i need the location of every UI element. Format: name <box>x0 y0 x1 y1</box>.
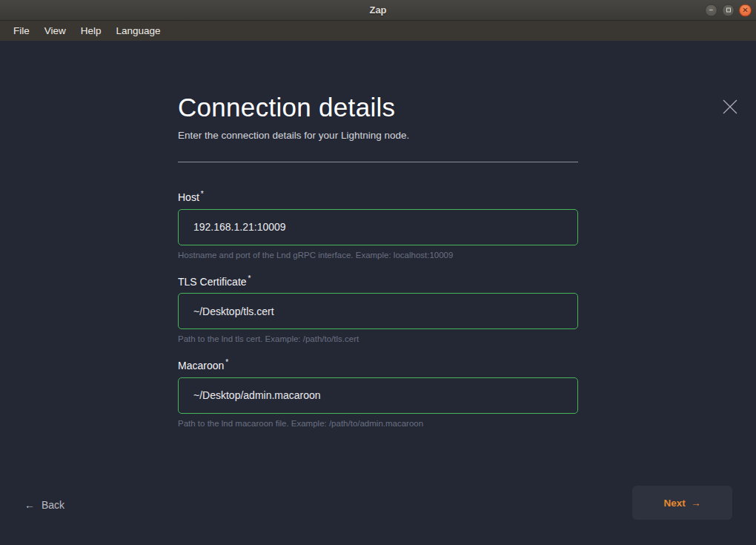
close-window-button[interactable]: ✕ <box>739 4 752 16</box>
tls-cert-label: TLS Certificate* <box>178 274 578 288</box>
macaroon-help-text: Path to the lnd macaroon file. Example: … <box>178 419 578 428</box>
menu-file[interactable]: File <box>6 21 37 41</box>
close-window-icon: ✕ <box>742 7 748 14</box>
app-window: Zap − ✕ File View Help Language <box>0 0 756 545</box>
window-title: Zap <box>0 0 756 21</box>
required-marker: * <box>201 190 204 198</box>
macaroon-input[interactable] <box>178 377 578 414</box>
host-label: Host* <box>178 190 578 203</box>
menu-view[interactable]: View <box>37 21 73 41</box>
next-label: Next <box>664 498 686 509</box>
menubar: File View Help Language <box>0 21 756 41</box>
window-controls: − ✕ <box>705 4 752 16</box>
menu-help[interactable]: Help <box>73 21 109 41</box>
tls-cert-label-text: TLS Certificate <box>178 275 247 287</box>
tls-cert-field-group: TLS Certificate* Path to the lnd tls cer… <box>178 274 578 344</box>
minimize-button[interactable]: − <box>705 4 717 16</box>
connection-form: Host* Hostname and port of the Lnd gRPC … <box>178 190 578 428</box>
page-subtitle: Enter the connection details for your Li… <box>178 130 578 141</box>
host-label-text: Host <box>178 191 199 203</box>
tls-cert-help-text: Path to the lnd tls cert. Example: /path… <box>178 334 578 343</box>
titlebar[interactable]: Zap − ✕ <box>0 0 756 21</box>
next-button[interactable]: Next → <box>632 486 732 520</box>
menu-language[interactable]: Language <box>109 21 168 41</box>
maximize-icon <box>726 8 731 13</box>
close-dialog-button[interactable] <box>720 97 740 116</box>
minimize-icon: − <box>709 7 714 14</box>
macaroon-label-text: Macaroon <box>178 360 224 371</box>
next-arrow-icon: → <box>691 498 701 509</box>
macaroon-label: Macaroon* <box>178 358 578 371</box>
required-marker: * <box>225 358 228 366</box>
macaroon-field-group: Macaroon* Path to the lnd macaroon file.… <box>178 358 578 428</box>
host-input[interactable] <box>178 209 578 245</box>
connection-details-screen: Connection details Enter the connection … <box>0 41 756 545</box>
host-field-group: Host* Hostname and port of the Lnd gRPC … <box>178 190 578 260</box>
host-help-text: Hostname and port of the Lnd gRPC interf… <box>178 251 578 260</box>
required-marker: * <box>248 274 251 283</box>
page-title: Connection details <box>178 93 578 122</box>
close-icon <box>721 98 739 116</box>
back-label: Back <box>42 499 64 511</box>
dialog-column: Connection details Enter the connection … <box>178 93 578 443</box>
back-button[interactable]: ← Back <box>24 499 64 511</box>
maximize-button[interactable] <box>722 4 735 16</box>
back-arrow-icon: ← <box>24 499 35 511</box>
divider <box>178 162 578 162</box>
tls-cert-input[interactable] <box>178 293 578 329</box>
